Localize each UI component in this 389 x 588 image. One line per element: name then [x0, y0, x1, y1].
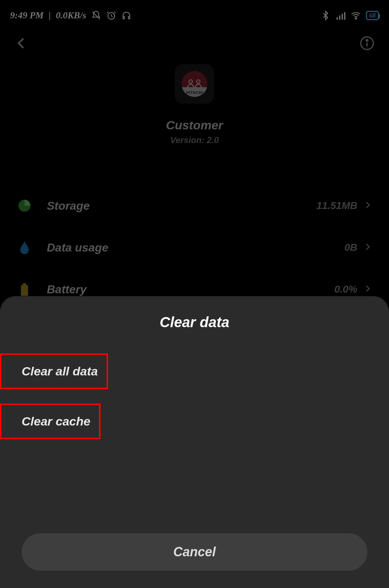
- svg-point-7: [366, 40, 368, 41]
- pie-icon: [17, 199, 32, 213]
- info-list: Storage 11.51MB Data usage 0B Battery 0.…: [0, 185, 389, 310]
- svg-rect-2: [339, 15, 340, 20]
- storage-label: Storage: [47, 199, 316, 213]
- svg-point-8: [189, 80, 193, 84]
- data-usage-value: 0B: [344, 242, 357, 253]
- battery-indicator: 68: [366, 11, 379, 20]
- battery-value: 0.0%: [334, 284, 357, 295]
- cancel-button[interactable]: Cancel: [22, 533, 367, 571]
- svg-rect-4: [344, 12, 345, 20]
- headphones-icon: [121, 10, 131, 21]
- topbar: [0, 24, 389, 57]
- highlight-box: Clear cache: [0, 404, 100, 439]
- bluetooth-icon: [321, 10, 331, 21]
- storage-value: 11.51MB: [316, 200, 357, 211]
- status-left: 9:49 PM | 0.0KB/s: [10, 10, 131, 21]
- info-button[interactable]: [359, 36, 375, 51]
- sheet-title: Clear data: [0, 314, 389, 330]
- dnd-icon: [91, 10, 101, 21]
- battery-percent: 68: [369, 12, 376, 19]
- signal-icon: [336, 10, 346, 21]
- data-usage-row[interactable]: Data usage 0B: [17, 227, 372, 268]
- wifi-icon: [351, 10, 361, 21]
- chevron-left-icon: [14, 36, 29, 50]
- alarm-icon: [106, 10, 116, 21]
- app-header: HITACHI Customer Version: 2.0: [0, 64, 389, 145]
- drop-icon: [17, 240, 32, 255]
- svg-point-5: [355, 18, 357, 19]
- status-netspeed: 0.0KB/s: [56, 10, 86, 21]
- chevron-right-icon: [363, 201, 372, 211]
- battery-label: Battery: [47, 283, 334, 296]
- status-separator: |: [49, 10, 51, 21]
- svg-rect-11: [23, 283, 26, 286]
- app-icon-brand: HITACHI: [186, 90, 203, 95]
- app-name: Customer: [166, 118, 223, 132]
- back-button[interactable]: [14, 36, 29, 50]
- app-icon-circle: HITACHI: [182, 71, 207, 97]
- clear-all-data-option[interactable]: Clear all data: [13, 355, 107, 388]
- chevron-right-icon: [363, 242, 372, 253]
- clear-cache-option[interactable]: Clear cache: [13, 405, 99, 438]
- clear-data-sheet: Clear data Clear all data Clear cache Ca…: [0, 296, 389, 588]
- status-time: 9:49 PM: [10, 10, 44, 21]
- status-bar: 9:49 PM | 0.0KB/s: [0, 0, 389, 24]
- sheet-options: Clear all data Clear cache: [0, 351, 389, 454]
- svg-point-9: [197, 80, 200, 84]
- app-version: Version: 2.0: [170, 135, 219, 145]
- chevron-right-icon: [363, 284, 372, 294]
- app-icon: HITACHI: [175, 64, 214, 104]
- battery-icon: [17, 282, 32, 297]
- info-icon: [359, 36, 375, 51]
- status-right: 68: [321, 10, 379, 21]
- cancel-label: Cancel: [173, 544, 216, 560]
- svg-rect-3: [341, 14, 343, 19]
- data-usage-label: Data usage: [47, 241, 344, 254]
- svg-rect-1: [336, 17, 338, 20]
- svg-rect-10: [21, 285, 28, 296]
- highlight-box: Clear all data: [0, 353, 108, 389]
- people-icon: [186, 79, 203, 89]
- storage-row[interactable]: Storage 11.51MB: [17, 185, 372, 227]
